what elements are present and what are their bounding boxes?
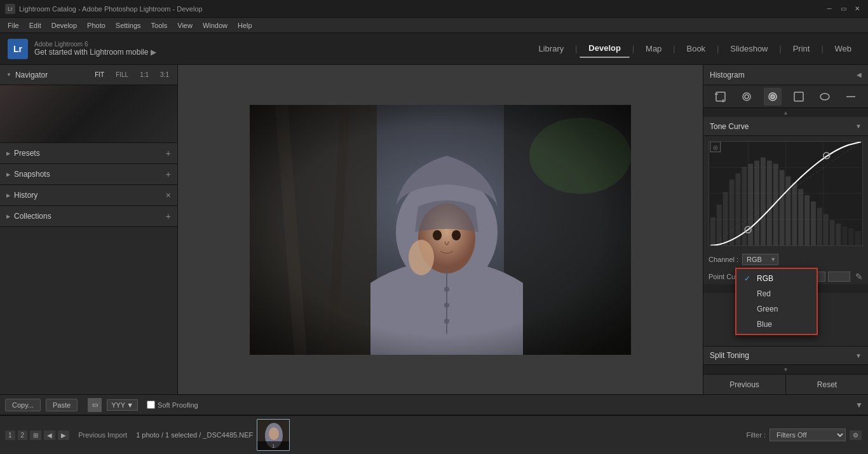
snapshots-add-button[interactable]: + (166, 169, 171, 179)
soft-proofing-checkbox[interactable] (147, 401, 155, 409)
channel-dropdown[interactable]: ✓ RGB Red Green Blue (735, 268, 818, 335)
nav-fit[interactable]: FIT (93, 71, 106, 79)
tab-web[interactable]: Web (826, 40, 861, 57)
prev-reset-row: Previous Reset (703, 374, 868, 394)
point-curve-output-field[interactable] (828, 272, 850, 282)
menu-bar: File Edit Develop Photo Settings Tools V… (0, 18, 868, 33)
tab-print[interactable]: Print (784, 40, 819, 57)
close-button[interactable]: ✕ (851, 3, 863, 15)
collections-header[interactable]: ▶ Collections + (0, 206, 177, 226)
nav-3-1[interactable]: 3:1 (158, 71, 171, 79)
nav-fill[interactable]: FILL (114, 71, 130, 79)
svg-point-20 (743, 93, 750, 100)
mobile-arrow: ▶ (151, 48, 156, 57)
history-close-button[interactable]: × (166, 190, 171, 200)
page-2-button[interactable]: 2 (18, 430, 28, 440)
channel-option-green[interactable]: Green (736, 301, 817, 317)
svg-rect-45 (786, 176, 791, 245)
svg-rect-41 (761, 158, 766, 245)
previous-button[interactable]: Previous (703, 375, 786, 394)
svg-point-25 (820, 93, 829, 100)
channel-option-blue[interactable]: Blue (736, 317, 817, 332)
navigator-preview (0, 85, 177, 142)
nav-1-1[interactable]: 1:1 (138, 71, 151, 79)
tab-develop[interactable]: Develop (580, 39, 630, 58)
lr-mobile-cta[interactable]: Get started with Lightroom mobile ▶ (34, 48, 529, 57)
window-controls: ─ ▭ ✕ (824, 3, 863, 15)
menu-window[interactable]: Window (198, 20, 233, 31)
menu-photo[interactable]: Photo (82, 20, 111, 31)
reset-button[interactable]: Reset (786, 375, 868, 394)
split-toning-header[interactable]: Split Toning ▼ (703, 346, 868, 365)
crop-icon[interactable] (712, 88, 729, 106)
soft-proofing-toggle: Soft Proofing (147, 401, 198, 409)
menu-file[interactable]: File (3, 20, 24, 31)
right-panel-scroll-down[interactable]: ▼ (703, 365, 868, 374)
filter-settings-button[interactable]: ⚙ (850, 430, 862, 440)
svg-point-64 (269, 427, 279, 440)
menu-edit[interactable]: Edit (24, 20, 46, 31)
svg-rect-53 (836, 223, 841, 245)
channel-option-rgb-label: RGB (757, 274, 773, 283)
svg-rect-49 (811, 202, 816, 245)
collections-label: Collections (14, 212, 166, 221)
tone-curve-header[interactable]: Tone Curve ▼ (703, 117, 868, 136)
channel-option-red[interactable]: Red (736, 286, 817, 301)
filmstrip-controls: 1 2 ⊞ ◀ ▶ (5, 430, 69, 440)
prev-arrow-button[interactable]: ◀ (44, 430, 55, 440)
tab-slideshow[interactable]: Slideshow (721, 40, 776, 57)
tab-map[interactable]: Map (637, 40, 670, 57)
presets-add-button[interactable]: + (166, 148, 171, 158)
history-header[interactable]: ▶ History × (0, 185, 177, 205)
radial-filter-icon[interactable] (816, 88, 834, 106)
histogram-header: Histogram ◀ (703, 65, 868, 85)
tone-curve-section: Tone Curve ▼ (703, 117, 868, 343)
presets-header[interactable]: ▶ Presets + (0, 143, 177, 163)
navigator-header[interactable]: ▼ Navigator FIT FILL 1:1 3:1 (0, 65, 177, 85)
menu-settings[interactable]: Settings (111, 20, 146, 31)
filter-label: Filter : (746, 431, 766, 439)
copy-button[interactable]: Copy... (5, 399, 41, 411)
yyy-button[interactable]: YYY ▼ (107, 399, 138, 411)
red-eye-icon[interactable] (764, 88, 782, 106)
spot-removal-icon[interactable] (738, 88, 756, 106)
svg-rect-56 (855, 231, 861, 245)
main-area: ▼ Navigator FIT FILL 1:1 3:1 ▶ (0, 65, 868, 394)
channel-option-green-label: Green (757, 305, 778, 313)
minimize-button[interactable]: ─ (824, 3, 835, 15)
svg-rect-42 (767, 161, 772, 245)
tab-book[interactable]: Book (677, 40, 714, 57)
snapshots-header[interactable]: ▶ Snapshots + (0, 164, 177, 184)
menu-tools[interactable]: Tools (146, 20, 173, 31)
right-panel: Histogram ◀ (703, 65, 868, 394)
filter-select[interactable]: Filters Off Flagged Rating Label (770, 429, 846, 441)
graduated-filter-icon[interactable] (790, 88, 808, 106)
yyy-label: YYY (111, 401, 125, 409)
tone-curve-graph[interactable]: ◎ (709, 141, 863, 246)
tool-icons-bar (703, 85, 868, 108)
maximize-button[interactable]: ▭ (837, 3, 849, 15)
next-arrow-button[interactable]: ▶ (58, 430, 69, 440)
page-1-button[interactable]: 1 (5, 430, 15, 440)
photo-svg (250, 105, 631, 355)
grid-view-button[interactable]: ⊞ (30, 430, 41, 440)
channel-select-wrapper: RGB Red Green Blue ▼ (742, 254, 778, 265)
film-thumbnail[interactable]: 1 (257, 419, 290, 451)
paste-button[interactable]: Paste (46, 399, 78, 411)
histogram-collapse-button[interactable]: ◀ (857, 71, 862, 78)
menu-develop[interactable]: Develop (46, 20, 82, 31)
collections-add-button[interactable]: + (166, 211, 171, 221)
right-panel-scroll-up[interactable]: ▲ (703, 108, 868, 117)
menu-help[interactable]: Help (233, 20, 257, 31)
adjustment-brush-icon[interactable] (842, 88, 860, 106)
menu-view[interactable]: View (172, 20, 198, 31)
history-label: History (14, 191, 166, 200)
presets-section: ▶ Presets + (0, 143, 177, 164)
channel-select[interactable]: RGB Red Green Blue (742, 254, 778, 265)
channel-option-rgb[interactable]: ✓ RGB (736, 271, 817, 286)
svg-rect-36 (729, 179, 735, 245)
single-view-button[interactable]: ▭ (88, 398, 102, 412)
soft-proofing-label[interactable]: Soft Proofing (158, 401, 198, 409)
tab-library[interactable]: Library (529, 40, 573, 57)
point-curve-edit-icon[interactable]: ✎ (855, 272, 863, 282)
